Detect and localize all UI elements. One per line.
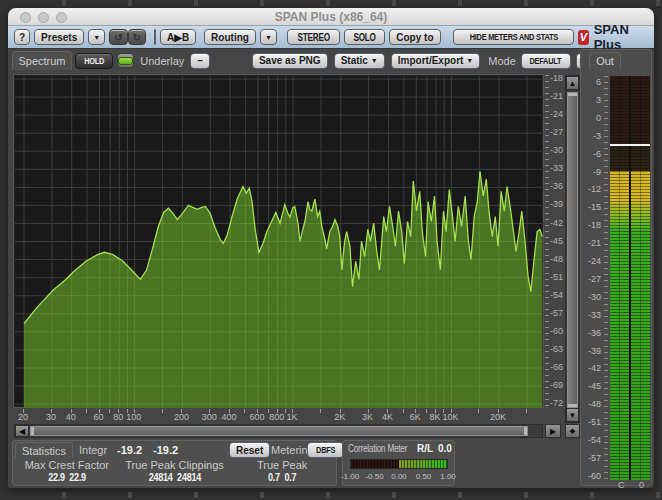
db-scale-label: -45 xyxy=(547,236,563,246)
freq-tick-label: 20 xyxy=(18,412,28,422)
freq-tick-label: 1K xyxy=(287,412,298,422)
out-scale-label: -54 xyxy=(581,435,601,445)
correlation-scale: -1.00-0.500.000.501.00 xyxy=(350,472,448,482)
scroll-down-icon[interactable]: ▼ xyxy=(566,408,579,422)
vertical-scroll-thumb[interactable] xyxy=(567,92,578,408)
freq-tick-label: 400 xyxy=(222,412,237,422)
underlay-led-button[interactable] xyxy=(117,53,134,68)
freq-tick-label: 600 xyxy=(249,412,264,422)
scroll-up-icon[interactable]: ▲ xyxy=(566,76,579,90)
metering-mode-button[interactable]: DBFS xyxy=(307,442,344,458)
plugin-window: SPAN Plus (x86_64) ? Presets ▼ ↺ ↻ A B A… xyxy=(8,8,654,488)
scroll-left-icon[interactable]: ◀ xyxy=(15,425,29,437)
correlation-bar xyxy=(350,459,448,469)
tab-statistics[interactable]: Statistics xyxy=(15,442,73,458)
db-scale-label: -27 xyxy=(547,127,563,137)
freq-tick-label: 300 xyxy=(202,412,217,422)
db-scale-label: -36 xyxy=(547,181,563,191)
out-scale-label: -45 xyxy=(581,381,601,391)
horizontal-scroll-thumb[interactable] xyxy=(30,426,528,436)
mode-label: Mode xyxy=(488,55,516,67)
freq-tick xyxy=(86,409,87,413)
undo-icon[interactable]: ↺ xyxy=(109,29,127,45)
presets-button[interactable]: Presets xyxy=(34,29,84,45)
stereo-button[interactable]: STEREO xyxy=(287,29,340,45)
mode-button[interactable]: DEFAULT xyxy=(521,53,571,69)
db-scale-label: -54 xyxy=(547,290,563,300)
out-scale-label: -39 xyxy=(581,346,601,356)
db-scale-label: -48 xyxy=(547,254,563,264)
out-scale-label: -24 xyxy=(581,256,601,266)
freq-tick xyxy=(162,409,163,413)
spectrum-area: -18-21-24-27-30-33-36-39-42-45-48-51-54-… xyxy=(10,71,582,439)
level-meter-bars[interactable] xyxy=(610,76,650,480)
db-scale-label: -18 xyxy=(547,73,563,83)
freq-tick-label: 2K xyxy=(334,412,345,422)
scroll-corner-icon[interactable]: ◆ xyxy=(565,424,580,438)
out-scale-ticks xyxy=(604,76,608,480)
vertical-scrollbar[interactable]: ▲ ▼ xyxy=(565,75,580,423)
horizontal-scrollbar[interactable]: ◀ xyxy=(14,424,543,438)
correlation-panel: Correlation Meter R/L 0.0 -1.00-0.500.00… xyxy=(342,440,455,486)
reset-button[interactable]: Reset xyxy=(229,442,270,458)
save-as-png-button[interactable]: Save as PNG xyxy=(252,53,328,69)
titlebar[interactable]: SPAN Plus (x86_64) xyxy=(8,8,654,26)
ab-switch-a[interactable]: A xyxy=(155,30,156,44)
help-button[interactable]: ? xyxy=(14,29,30,45)
freq-tick-label: 60 xyxy=(94,412,104,422)
correlation-scale-label: 0.50 xyxy=(416,472,432,481)
db-scale-label: -51 xyxy=(547,272,563,282)
correlation-scale-label: 1.00 xyxy=(440,472,456,481)
db-scale-label: -63 xyxy=(547,344,563,354)
redo-icon[interactable]: ↻ xyxy=(128,29,146,45)
db-scale: -18-21-24-27-30-33-36-39-42-45-48-51-54-… xyxy=(545,75,563,407)
stat-block: True Peak Clippings24814 24814 xyxy=(121,459,229,483)
integr-label: Integr xyxy=(79,444,107,456)
spectrum-controls: HOLD Underlay – Save as PNG Static▼ Impo… xyxy=(8,50,574,71)
import-export-dropdown[interactable]: Import/Export▼ xyxy=(391,53,481,69)
hide-meters-button[interactable]: HIDE METERS AND STATS xyxy=(453,29,575,45)
correlation-channel-label: R/L xyxy=(417,443,433,454)
db-scale-label: -33 xyxy=(547,163,563,173)
db-scale-label: -69 xyxy=(547,380,563,390)
out-scale-label: -18 xyxy=(581,220,601,230)
out-scale-label: -3 xyxy=(581,131,601,141)
hold-button[interactable]: HOLD xyxy=(75,53,113,69)
meter-bottom-label-right: 0 xyxy=(639,480,644,488)
out-scale-label: -33 xyxy=(581,310,601,320)
presets-dropdown-icon[interactable]: ▼ xyxy=(88,29,105,45)
routing-button[interactable]: Routing xyxy=(204,29,256,45)
solo-button[interactable]: SOLO xyxy=(344,29,385,45)
freq-tick-label: 800 xyxy=(269,412,284,422)
main-toolbar: ? Presets ▼ ↺ ↻ A B A▶B Routing ▼ STEREO… xyxy=(8,26,654,49)
db-scale-label: -30 xyxy=(547,145,563,155)
copy-to-button[interactable]: Copy to xyxy=(389,29,440,45)
db-scale-label: -60 xyxy=(547,326,563,336)
integr-value-r: -19.2 xyxy=(153,444,178,456)
scroll-right-icon[interactable]: ▶ xyxy=(545,424,561,438)
freq-tick-label: 20K xyxy=(490,412,506,422)
tab-out[interactable]: Out xyxy=(589,52,621,69)
out-scale-label: -15 xyxy=(581,202,601,212)
plugin-content: Spectrum HOLD Underlay – Save as PNG Sta… xyxy=(8,49,654,488)
correlation-scale-label: -0.50 xyxy=(365,472,383,481)
correlation-scale-label: -1.00 xyxy=(341,472,359,481)
freq-tick-label: 40 xyxy=(66,412,76,422)
out-scale-label: -60 xyxy=(581,471,601,481)
underlay-select-button[interactable]: – xyxy=(190,53,210,69)
static-dropdown[interactable]: Static▼ xyxy=(334,53,385,69)
spectrum-plot[interactable] xyxy=(14,75,543,407)
freq-tick xyxy=(526,409,527,413)
output-meter-panel: Out 630-3-6-9-12-15-18-21-24-27-30-33-36… xyxy=(580,49,652,486)
db-scale-label: -72 xyxy=(547,398,563,408)
meter-bottom-label-left: C xyxy=(618,480,625,488)
freq-tick xyxy=(403,409,404,413)
correlation-scale-label: 0.00 xyxy=(391,472,407,481)
routing-dropdown-icon[interactable]: ▼ xyxy=(260,29,277,45)
voxengo-logo-icon: V xyxy=(578,30,589,45)
out-scale-label: 3 xyxy=(581,95,601,105)
freq-tick-label: 4K xyxy=(382,412,393,422)
freq-tick-label: 3K xyxy=(362,412,373,422)
out-scale-label: -51 xyxy=(581,417,601,427)
a-to-b-button[interactable]: A▶B xyxy=(160,29,196,45)
